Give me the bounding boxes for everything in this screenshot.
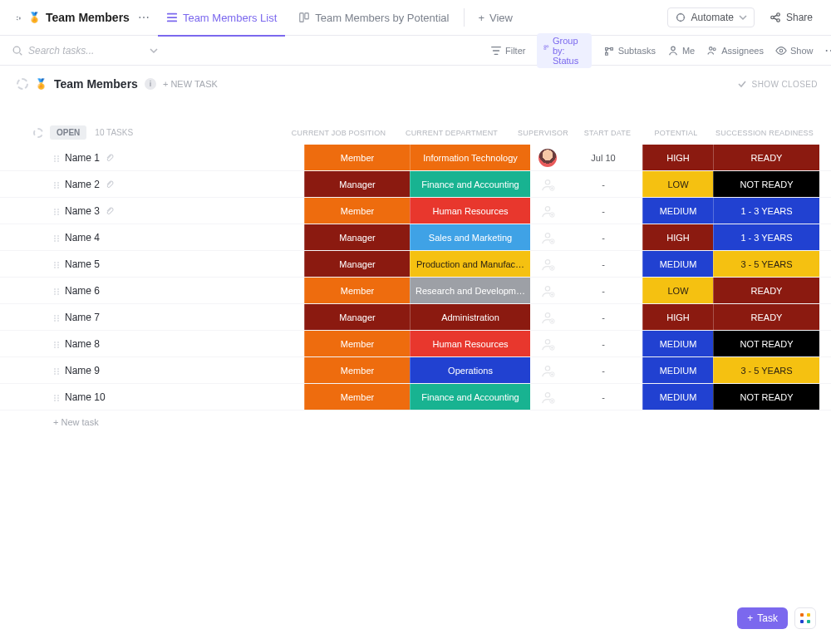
cell-readiness[interactable]: NOT READY	[713, 331, 819, 356]
cell-department[interactable]: Operations	[410, 357, 530, 383]
cell-position[interactable]: Member	[304, 278, 410, 303]
attachment-icon[interactable]	[105, 179, 115, 189]
avatar[interactable]	[538, 149, 557, 167]
cell-department[interactable]: Finance and Accounting	[410, 171, 530, 197]
cell-position[interactable]: Member	[304, 198, 410, 224]
cell-start-date[interactable]: -	[563, 331, 642, 356]
cell-department[interactable]: Human Resources	[410, 198, 530, 224]
cell-start-date[interactable]: -	[563, 357, 642, 383]
column-header-start-date[interactable]: START DATE	[574, 129, 641, 137]
column-header-potential[interactable]: POTENTIAL	[641, 129, 711, 137]
attachment-icon[interactable]	[105, 206, 115, 216]
attachment-icon[interactable]	[105, 153, 115, 163]
new-task-row[interactable]: + New task	[0, 410, 831, 427]
drag-handle-icon[interactable]	[53, 367, 58, 374]
cell-supervisor[interactable]	[530, 171, 563, 197]
cell-start-date[interactable]: -	[563, 224, 642, 250]
task-name[interactable]: Name 7	[65, 312, 304, 323]
cell-department[interactable]: Administration	[410, 304, 530, 330]
cell-start-date[interactable]: -	[563, 171, 642, 197]
group-collapse-icon[interactable]	[33, 128, 43, 138]
column-header-supervisor[interactable]: SUPERVISOR	[512, 129, 574, 137]
cell-position[interactable]: Member	[304, 384, 410, 410]
task-name[interactable]: Name 8	[65, 338, 304, 350]
task-name[interactable]: Name 1	[65, 152, 304, 164]
cell-start-date[interactable]: Jul 10	[563, 145, 642, 170]
cell-potential[interactable]: MEDIUM	[642, 251, 713, 277]
cell-supervisor[interactable]	[530, 251, 563, 277]
cell-department[interactable]: Human Resources	[410, 331, 530, 356]
new-task-link[interactable]: + NEW TASK	[163, 79, 218, 89]
cell-position[interactable]: Manager	[304, 251, 410, 277]
cell-start-date[interactable]: -	[563, 384, 642, 410]
cell-supervisor[interactable]	[530, 357, 563, 383]
task-name[interactable]: Name 2	[65, 179, 304, 190]
cell-potential[interactable]: MEDIUM	[642, 357, 713, 383]
table-row[interactable]: Name 1MemberInformation TechnologyJul 10…	[0, 145, 831, 171]
drag-handle-icon[interactable]	[53, 208, 58, 214]
cell-position[interactable]: Member	[304, 145, 410, 170]
toolbar-more-icon[interactable]: ⋯	[824, 42, 831, 58]
cell-supervisor[interactable]	[530, 145, 563, 170]
cell-position[interactable]: Member	[304, 357, 410, 383]
subtasks-button[interactable]: Subtasks	[603, 45, 656, 57]
show-button[interactable]: Show	[775, 45, 814, 57]
drag-handle-icon[interactable]	[53, 155, 58, 161]
fab-task-button[interactable]: + Task	[737, 607, 788, 629]
table-row[interactable]: Name 7ManagerAdministration-HIGHREADY	[0, 304, 831, 331]
tab-team-members-list[interactable]: Team Members List	[158, 0, 285, 36]
table-row[interactable]: Name 9MemberOperations-MEDIUM3 - 5 YEARS	[0, 357, 831, 384]
cell-readiness[interactable]: READY	[713, 278, 819, 303]
drag-handle-icon[interactable]	[53, 288, 58, 294]
cell-potential[interactable]: MEDIUM	[642, 198, 713, 224]
cell-department[interactable]: Finance and Accounting	[410, 384, 530, 410]
cell-position[interactable]: Member	[304, 331, 410, 356]
tab-team-members-by-potential[interactable]: Team Members by Potential	[290, 0, 457, 36]
cell-department[interactable]: Sales and Marketing	[410, 224, 530, 250]
me-button[interactable]: Me	[667, 45, 695, 57]
cell-position[interactable]: Manager	[304, 304, 410, 330]
cell-potential[interactable]: HIGH	[642, 224, 713, 250]
cell-readiness[interactable]: 1 - 3 YEARS	[713, 224, 819, 250]
add-view-button[interactable]: + View	[471, 12, 519, 24]
cell-readiness[interactable]: 3 - 5 YEARS	[713, 357, 819, 383]
cell-potential[interactable]: MEDIUM	[642, 384, 713, 410]
column-header-readiness[interactable]: SUCCESSION READINESS	[711, 129, 818, 137]
cell-supervisor[interactable]	[530, 278, 563, 303]
search-input[interactable]	[28, 45, 145, 57]
groupby-button[interactable]: Group by: Status	[537, 33, 591, 68]
column-header-department[interactable]: CURRENT DEPARTMENT	[391, 129, 512, 137]
cell-supervisor[interactable]	[530, 331, 563, 356]
cell-supervisor[interactable]	[530, 304, 563, 330]
drag-handle-icon[interactable]	[53, 394, 58, 401]
task-name[interactable]: Name 6	[65, 285, 304, 297]
cell-potential[interactable]: HIGH	[642, 145, 713, 170]
drag-handle-icon[interactable]	[53, 341, 58, 347]
table-row[interactable]: Name 8MemberHuman Resources-MEDIUMNOT RE…	[0, 331, 831, 357]
cell-readiness[interactable]: 1 - 3 YEARS	[713, 198, 819, 224]
search-chevron-down-icon[interactable]	[150, 47, 158, 55]
cell-readiness[interactable]: NOT READY	[713, 171, 819, 197]
drag-handle-icon[interactable]	[53, 234, 58, 241]
show-closed-toggle[interactable]: SHOW CLOSED	[737, 79, 818, 89]
cell-department[interactable]: Information Technology	[410, 145, 530, 170]
cell-supervisor[interactable]	[530, 224, 563, 250]
title-more-icon[interactable]: ⋯	[135, 11, 153, 24]
cell-potential[interactable]: HIGH	[642, 304, 713, 330]
cell-readiness[interactable]: READY	[713, 304, 819, 330]
share-button[interactable]: Share	[763, 8, 819, 27]
cell-readiness[interactable]: NOT READY	[713, 384, 819, 410]
drag-handle-icon[interactable]	[53, 314, 58, 321]
task-name[interactable]: Name 5	[65, 258, 304, 270]
cell-start-date[interactable]: -	[563, 198, 642, 224]
cell-start-date[interactable]: -	[563, 304, 642, 330]
cell-position[interactable]: Manager	[304, 171, 410, 197]
drag-handle-icon[interactable]	[53, 261, 58, 268]
cell-department[interactable]: Research and Developm…	[410, 278, 530, 303]
info-icon[interactable]: i	[145, 78, 156, 90]
task-name[interactable]: Name 9	[65, 365, 304, 376]
table-row[interactable]: Name 5ManagerProduction and Manufac…-MED…	[0, 251, 831, 278]
fab-apps-button[interactable]	[794, 607, 816, 629]
cell-potential[interactable]: LOW	[642, 171, 713, 197]
cell-readiness[interactable]: READY	[713, 145, 819, 170]
